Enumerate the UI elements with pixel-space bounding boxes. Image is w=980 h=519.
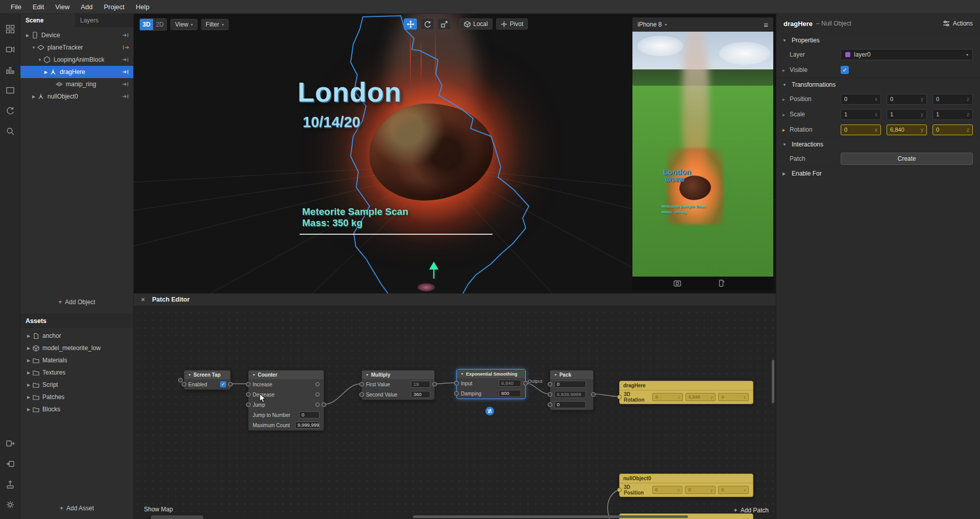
patch-editor[interactable]: × Patch Editor ▼ Screen Tap Enabled (134, 293, 776, 519)
menu-help[interactable]: Help (130, 0, 155, 14)
port-icon[interactable] (178, 378, 183, 382)
patch-header[interactable]: dragHere (620, 381, 753, 390)
add-patch-button[interactable]: + Add Patch (734, 507, 769, 514)
expand-arrow-icon[interactable]: ▶ (26, 370, 32, 375)
jump-to-number-input[interactable]: 0 (299, 411, 320, 418)
scale-z-field[interactable]: 1z (933, 109, 973, 120)
position-y-field[interactable]: 0y (887, 94, 927, 105)
layer-dropdown[interactable]: layer0 ▾ (841, 49, 973, 60)
rotation-x-input[interactable]: 0x (652, 393, 683, 401)
patch-multiply[interactable]: ▼ Multiply First Value 19 Second Value 3… (361, 370, 435, 400)
rotation-y-field[interactable]: 6,840y (887, 125, 927, 135)
position-z-field[interactable]: 0z (933, 94, 973, 105)
insert-target-icon[interactable] (122, 82, 129, 87)
asset-item-model[interactable]: ▶ model_meteorite_low (20, 342, 133, 354)
expand-arrow-icon[interactable]: ▼ (37, 58, 43, 62)
tab-scene[interactable]: Scene (20, 14, 75, 27)
menu-edit[interactable]: Edit (27, 0, 50, 14)
filter-dropdown[interactable]: Filter ▾ (201, 19, 229, 30)
insert-target-icon[interactable] (122, 94, 129, 99)
patch-exponential-smoothing[interactable]: ▼ Exponential Smoothing Input 6,840 Damp… (456, 369, 526, 399)
add-asset-button[interactable]: + Add Asset (20, 502, 133, 515)
patch-header[interactable]: ▼ Exponential Smoothing (457, 369, 525, 378)
port-icon[interactable] (359, 392, 364, 397)
rotation-z-field[interactable]: 0z (933, 125, 973, 135)
upload-icon[interactable] (0, 474, 20, 495)
viewport-3d[interactable]: London 10/14/20 Meteorite Sample Scan Ma… (134, 14, 776, 293)
port-icon[interactable] (246, 382, 251, 387)
patch-connect-arrow-icon[interactable]: ▸ (782, 112, 790, 117)
frame-icon[interactable] (0, 80, 20, 101)
asset-item-materials[interactable]: ▶ Materials (20, 354, 133, 366)
port-icon[interactable] (523, 381, 528, 386)
asset-item-patches[interactable]: ▶ Patches (20, 391, 133, 403)
partial-patch[interactable] (151, 515, 204, 519)
port-icon[interactable] (617, 488, 622, 492)
simulator-menu-icon[interactable]: ≡ (764, 20, 768, 29)
expand-arrow-icon[interactable]: ▶ (31, 94, 37, 99)
insert-target-icon[interactable] (122, 33, 129, 38)
patch-counter[interactable]: ▼ Counter Increase Decrease Jump Jump to (248, 370, 324, 431)
port-icon[interactable] (548, 403, 552, 407)
promoted-patch-badge[interactable] (485, 407, 494, 415)
smoothing-input-value[interactable]: 6,840 (499, 380, 521, 387)
rotation-x-field[interactable]: 0x (841, 125, 881, 135)
expand-arrow-icon[interactable]: ▶ (26, 346, 32, 351)
local-space-button[interactable]: Local (459, 18, 493, 30)
patch-header[interactable]: ▼ Counter (249, 370, 324, 379)
scene-item-draghere[interactable]: ▶ dragHere (20, 66, 133, 78)
horizontal-scrollbar[interactable] (413, 515, 688, 518)
device-selector[interactable]: iPhone 8 (638, 21, 662, 28)
visible-checkbox[interactable]: ✓ (841, 66, 849, 74)
screenshot-icon[interactable] (673, 279, 681, 287)
asset-item-blocks[interactable]: ▶ Blocks (20, 403, 133, 415)
expand-arrow-icon[interactable]: ▶ (26, 395, 32, 400)
section-interactions[interactable]: ▼ Interactions (776, 137, 980, 151)
scene-item-device[interactable]: ▶ Device (20, 29, 133, 41)
scale-tool-button[interactable] (437, 18, 451, 30)
patch-header[interactable]: nullObject0 (620, 474, 753, 483)
expand-arrow-icon[interactable]: ▶ (26, 334, 32, 338)
port-icon[interactable] (182, 382, 186, 387)
layout-blocks-icon[interactable] (0, 19, 20, 39)
patch-connect-arrow-icon[interactable]: ▸ (782, 67, 790, 73)
port-icon[interactable] (454, 381, 459, 386)
asset-item-textures[interactable]: ▶ Textures (20, 366, 133, 379)
section-transformations[interactable]: ▼ Transformations (776, 78, 980, 91)
damping-input[interactable]: 800 (499, 390, 521, 397)
search-icon[interactable] (0, 121, 20, 141)
position-x-input[interactable]: 0x (652, 486, 683, 494)
expand-arrow-icon[interactable]: ▶ (26, 358, 32, 363)
position-y-input[interactable]: 0y (685, 486, 716, 494)
section-enable-for[interactable]: ▶ Enable For (776, 166, 980, 180)
port-icon[interactable] (432, 382, 437, 387)
menu-view[interactable]: View (50, 0, 75, 14)
insert-target-icon[interactable] (122, 69, 129, 75)
export-icon[interactable] (0, 433, 20, 454)
menu-add[interactable]: Add (75, 0, 98, 14)
maximum-count-input[interactable]: 9,999,999 (295, 422, 320, 429)
pack-input-2[interactable]: 6,839.9999 (554, 391, 586, 398)
show-map-button[interactable]: Show Map (144, 506, 173, 513)
position-x-field[interactable]: 0x (841, 94, 881, 105)
expand-arrow-icon[interactable]: ▶ (43, 70, 49, 75)
patch-pack[interactable]: ▼ Pack 0 6,839.9999 0 (550, 370, 594, 410)
pulse-port-icon[interactable] (315, 392, 320, 397)
expand-arrow-icon[interactable]: ▶ (26, 407, 32, 412)
scene-item-nullobject0[interactable]: ▶ nullObject0 (20, 90, 133, 103)
patch-connected-arrow-icon[interactable]: ▸ (782, 127, 790, 133)
create-patch-button[interactable]: Create (841, 153, 973, 165)
simulator-screen[interactable]: London 10/14/20 Meteorite Sample Scan Ma… (632, 32, 773, 277)
position-z-input[interactable]: 0z (718, 486, 749, 494)
sync-icon[interactable] (0, 101, 20, 121)
scale-y-field[interactable]: 1y (887, 109, 927, 120)
patch-header[interactable]: ▼ Pack (550, 370, 593, 379)
add-object-button[interactable]: + Add Object (20, 295, 133, 309)
insert-target-icon[interactable] (122, 57, 129, 62)
3d-mode-button[interactable]: 3D (140, 19, 153, 30)
port-icon[interactable] (359, 382, 364, 387)
patch-nullobject0[interactable]: nullObject0 3D Position 0x 0y 0z (619, 474, 753, 497)
enabled-checkbox[interactable]: ✓ (220, 381, 226, 387)
asset-item-script[interactable]: ▶ Script (20, 379, 133, 391)
pack-input-1[interactable]: 0 (554, 381, 586, 388)
